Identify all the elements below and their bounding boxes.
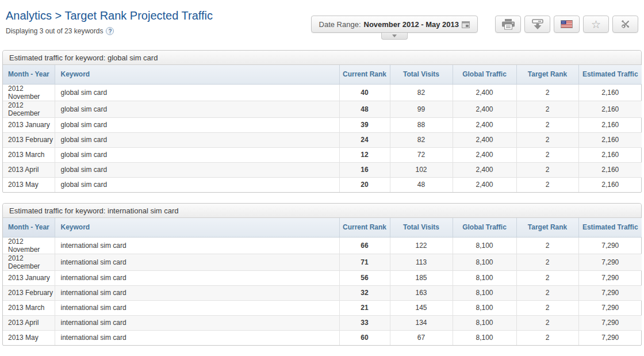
cell-total-visits: 102 (390, 162, 453, 177)
us-flag-icon (561, 20, 573, 28)
star-icon: ☆ (591, 19, 601, 30)
column-header-current-rank[interactable]: Current Rank (339, 65, 390, 84)
tools-button[interactable] (612, 16, 638, 33)
cell-estimated-traffic: 7,290 (578, 254, 642, 270)
cell-global-traffic: 2,400 (453, 162, 516, 177)
export-button[interactable] (524, 16, 550, 33)
cell-global-traffic: 8,100 (453, 300, 516, 315)
table-header-row: Month - YearKeywordCurrent RankTotal Vis… (3, 218, 642, 237)
cell-month-year: 2013 April (3, 162, 55, 177)
column-header-month-year[interactable]: Month - Year (3, 218, 55, 237)
cell-keyword: global sim card (55, 117, 339, 132)
cell-current-rank: 39 (339, 117, 390, 132)
keyword-traffic-table: Month - YearKeywordCurrent RankTotal Vis… (3, 218, 642, 345)
cell-global-traffic: 8,100 (453, 315, 516, 330)
cell-total-visits: 82 (390, 84, 453, 101)
cell-total-visits: 122 (390, 237, 453, 254)
printer-icon (501, 19, 515, 30)
cell-global-traffic: 2,400 (453, 177, 516, 192)
column-header-estimated-traffic[interactable]: Estimated Traffic (578, 65, 642, 84)
cell-keyword: international sim card (55, 254, 339, 270)
date-range-control: Date Range: November 2012 - May 2013 (311, 16, 478, 33)
cell-global-traffic: 2,400 (453, 101, 516, 117)
cell-estimated-traffic: 2,160 (578, 101, 642, 117)
keyword-panel-global-sim-card: Estimated traffic for keyword: global si… (2, 50, 642, 193)
column-header-month-year[interactable]: Month - Year (3, 65, 55, 84)
cell-target-rank: 2 (516, 162, 578, 177)
cell-month-year: 2012 November (3, 84, 55, 101)
date-range-button[interactable]: Date Range: November 2012 - May 2013 (311, 16, 478, 33)
cell-target-rank: 2 (516, 300, 578, 315)
table-row: 2013 Aprilglobal sim card161022,40022,16… (3, 162, 642, 177)
cell-month-year: 2013 February (3, 285, 55, 300)
tools-icon (620, 18, 631, 30)
keyword-count-status: Displaying 3 out of 23 keywords (6, 27, 103, 35)
cell-estimated-traffic: 7,290 (578, 330, 642, 345)
cell-keyword: global sim card (55, 147, 339, 162)
cell-target-rank: 2 (516, 285, 578, 300)
cell-global-traffic: 2,400 (453, 132, 516, 147)
table-row: 2013 Marchinternational sim card211458,1… (3, 300, 642, 315)
cell-total-visits: 163 (390, 285, 453, 300)
cell-total-visits: 67 (390, 330, 453, 345)
cell-global-traffic: 2,400 (453, 84, 516, 101)
table-row: 2013 Februaryinternational sim card32163… (3, 285, 642, 300)
cell-global-traffic: 2,400 (453, 147, 516, 162)
cell-keyword: global sim card (55, 162, 339, 177)
date-range-dropdown-tab[interactable] (381, 33, 408, 40)
cell-current-rank: 60 (339, 330, 390, 345)
chevron-down-icon (392, 35, 397, 37)
column-header-global-traffic[interactable]: Global Traffic (453, 218, 516, 237)
table-row: 2013 Februaryglobal sim card24822,40022,… (3, 132, 642, 147)
table-row: 2013 Mayglobal sim card20482,40022,160 (3, 177, 642, 192)
cell-global-traffic: 8,100 (453, 254, 516, 270)
cell-global-traffic: 2,400 (453, 117, 516, 132)
date-range-label: Date Range: (319, 20, 361, 29)
favorite-button[interactable]: ☆ (583, 16, 609, 33)
cell-target-rank: 2 (516, 177, 578, 192)
cell-current-rank: 66 (339, 237, 390, 254)
column-header-total-visits[interactable]: Total Visits (390, 218, 453, 237)
cell-month-year: 2013 January (3, 270, 55, 285)
cell-target-rank: 2 (516, 330, 578, 345)
cell-total-visits: 82 (390, 132, 453, 147)
locale-button[interactable] (554, 16, 580, 33)
column-header-estimated-traffic[interactable]: Estimated Traffic (578, 218, 642, 237)
cell-total-visits: 185 (390, 270, 453, 285)
cell-month-year: 2013 May (3, 177, 55, 192)
keyword-traffic-table: Month - YearKeywordCurrent RankTotal Vis… (3, 65, 642, 192)
cell-current-rank: 71 (339, 254, 390, 270)
print-button[interactable] (495, 16, 521, 33)
cell-total-visits: 99 (390, 101, 453, 117)
cell-month-year: 2013 February (3, 132, 55, 147)
cell-current-rank: 56 (339, 270, 390, 285)
column-header-global-traffic[interactable]: Global Traffic (453, 65, 516, 84)
cell-month-year: 2013 April (3, 315, 55, 330)
column-header-keyword[interactable]: Keyword (55, 65, 339, 84)
breadcrumb-analytics-link[interactable]: Analytics (6, 9, 52, 22)
cell-current-rank: 16 (339, 162, 390, 177)
column-header-target-rank[interactable]: Target Rank (516, 218, 578, 237)
column-header-target-rank[interactable]: Target Rank (516, 65, 578, 84)
cell-total-visits: 134 (390, 315, 453, 330)
page-title: Target Rank Projected Traffic (64, 9, 213, 22)
cell-total-visits: 88 (390, 117, 453, 132)
cell-global-traffic: 8,100 (453, 285, 516, 300)
cell-keyword: global sim card (55, 101, 339, 117)
cell-total-visits: 72 (390, 147, 453, 162)
cell-estimated-traffic: 2,160 (578, 117, 642, 132)
cell-month-year: 2013 March (3, 300, 55, 315)
cell-keyword: international sim card (55, 237, 339, 254)
panel-title: Estimated traffic for keyword: internati… (3, 204, 641, 218)
help-icon[interactable]: ? (106, 27, 114, 35)
toolbar: Date Range: November 2012 - May 2013 (311, 16, 638, 33)
cell-current-rank: 21 (339, 300, 390, 315)
column-header-total-visits[interactable]: Total Visits (390, 65, 453, 84)
cell-month-year: 2012 December (3, 254, 55, 270)
table-row: 2013 Aprilinternational sim card331348,1… (3, 315, 642, 330)
column-header-keyword[interactable]: Keyword (55, 218, 339, 237)
cell-keyword: international sim card (55, 270, 339, 285)
cell-keyword: international sim card (55, 285, 339, 300)
cell-estimated-traffic: 2,160 (578, 162, 642, 177)
column-header-current-rank[interactable]: Current Rank (339, 218, 390, 237)
